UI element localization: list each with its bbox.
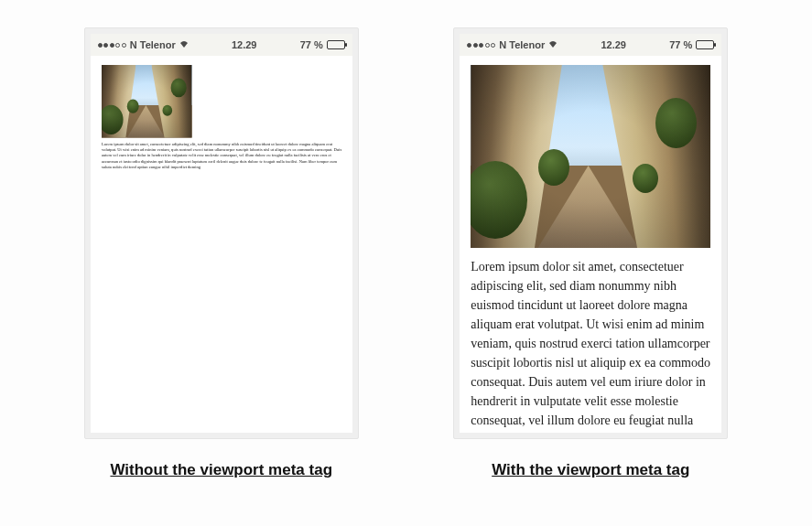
caption-left: Without the viewport meta tag [110, 461, 332, 479]
hero-photo [471, 65, 710, 248]
status-right: 77 % [669, 39, 714, 50]
caption-right: With the viewport meta tag [492, 461, 689, 479]
carrier-label: N Telenor [130, 39, 176, 50]
page-content-left: Lorem ipsum dolor sit amet, consectetuer… [91, 56, 352, 433]
clock-label: 12.29 [601, 39, 626, 50]
battery-icon [696, 40, 714, 49]
phone-frame-left: N Telenor 12.29 77 % Lorem ipsum dolor [84, 27, 359, 439]
signal-icon [467, 43, 495, 48]
status-right: 77 % [300, 39, 345, 50]
battery-pct-label: 77 % [669, 39, 692, 50]
battery-pct-label: 77 % [300, 39, 323, 50]
status-bar: N Telenor 12.29 77 % [91, 34, 352, 56]
phone-frame-right: N Telenor 12.29 77 % Lorem ipsum dolor s… [453, 27, 728, 439]
signal-icon [98, 43, 126, 48]
wifi-icon [179, 40, 189, 49]
wifi-icon [548, 40, 558, 49]
clock-label: 12.29 [232, 39, 257, 50]
phone-screen-left: N Telenor 12.29 77 % Lorem ipsum dolor [91, 34, 352, 433]
page-content-right: Lorem ipsum dolor sit amet, consectetuer… [460, 56, 721, 433]
body-text: Lorem ipsum dolor sit amet, consectetuer… [102, 142, 341, 170]
hero-photo [102, 65, 192, 138]
example-without-viewport: N Telenor 12.29 77 % Lorem ipsum dolor [66, 27, 377, 479]
status-left: N Telenor [467, 39, 558, 50]
body-text: Lorem ipsum dolor sit amet, consectetuer… [471, 257, 710, 433]
status-bar: N Telenor 12.29 77 % [460, 34, 721, 56]
phone-screen-right: N Telenor 12.29 77 % Lorem ipsum dolor s… [460, 34, 721, 433]
battery-icon [327, 40, 345, 49]
status-left: N Telenor [98, 39, 189, 50]
carrier-label: N Telenor [499, 39, 545, 50]
example-with-viewport: N Telenor 12.29 77 % Lorem ipsum dolor s… [435, 27, 746, 479]
